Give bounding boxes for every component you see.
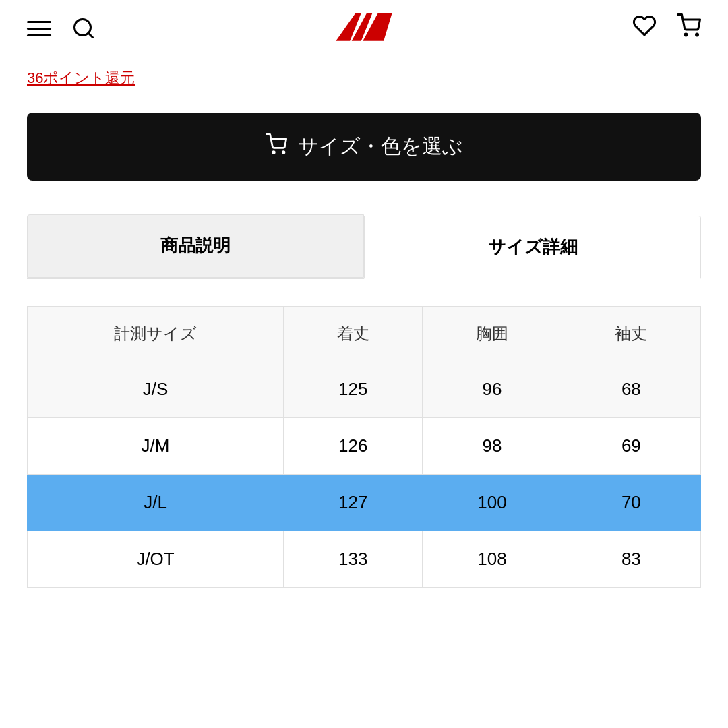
add-to-cart-label: サイズ・色を選ぶ: [298, 133, 463, 160]
svg-point-5: [685, 34, 687, 36]
cell-chest: 96: [423, 361, 562, 418]
svg-point-6: [696, 34, 698, 36]
table-row[interactable]: J/M1269869: [28, 418, 701, 475]
cell-size: J/OT: [28, 531, 284, 588]
header-chest: 胸囲: [423, 307, 562, 361]
header-length: 着丈: [284, 307, 423, 361]
cell-sleeve: 70: [562, 475, 700, 531]
add-to-cart-section: サイズ・色を選ぶ: [0, 99, 728, 194]
svg-point-8: [282, 152, 284, 154]
cell-length: 127: [284, 475, 423, 531]
cell-size: J/L: [28, 475, 284, 531]
cell-chest: 98: [423, 418, 562, 475]
table-row[interactable]: J/L12710070: [28, 475, 701, 531]
size-table-container: 計測サイズ 着丈 胸囲 袖丈 J/S1259668J/M1269869J/L12…: [27, 306, 701, 588]
reebok-logo[interactable]: [330, 7, 398, 50]
cell-sleeve: 69: [562, 418, 700, 475]
svg-point-7: [272, 152, 274, 154]
search-icon[interactable]: [71, 16, 96, 40]
cell-size: J/S: [28, 361, 284, 418]
cart-button-icon: [266, 133, 287, 160]
wishlist-icon[interactable]: [632, 13, 657, 43]
header-sleeve: 袖丈: [562, 307, 700, 361]
tab-product-description[interactable]: 商品説明: [27, 214, 364, 278]
breadcrumb[interactable]: 36ポイント還元: [0, 57, 728, 99]
add-to-cart-button[interactable]: サイズ・色を選ぶ: [27, 113, 701, 181]
cell-sleeve: 83: [562, 531, 700, 588]
cell-length: 126: [284, 418, 423, 475]
header-size: 計測サイズ: [28, 307, 284, 361]
table-header-row: 計測サイズ 着丈 胸囲 袖丈: [28, 307, 701, 361]
cell-length: 133: [284, 531, 423, 588]
header-left: [27, 16, 96, 40]
table-row[interactable]: J/S1259668: [28, 361, 701, 418]
size-table: 計測サイズ 着丈 胸囲 袖丈 J/S1259668J/M1269869J/L12…: [27, 306, 701, 588]
svg-line-1: [88, 33, 93, 38]
cell-size: J/M: [28, 418, 284, 475]
header: [0, 0, 728, 57]
tab-size-details[interactable]: サイズ詳細: [364, 216, 701, 279]
cell-chest: 100: [423, 475, 562, 531]
hamburger-menu-icon[interactable]: [27, 21, 51, 36]
table-row[interactable]: J/OT13310883: [28, 531, 701, 588]
cell-chest: 108: [423, 531, 562, 588]
header-right: [632, 13, 701, 43]
cell-sleeve: 68: [562, 361, 700, 418]
cell-length: 125: [284, 361, 423, 418]
cart-icon[interactable]: [677, 13, 701, 43]
tabs-container: 商品説明 サイズ詳細: [27, 214, 701, 279]
